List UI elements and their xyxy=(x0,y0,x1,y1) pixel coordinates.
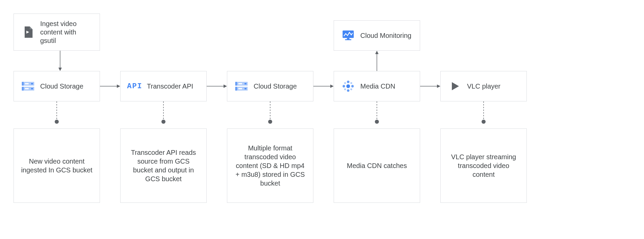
svg-point-43 xyxy=(161,120,165,124)
play-icon xyxy=(447,79,462,94)
arrow-storage2-to-mediacdn xyxy=(313,83,334,90)
node-vlc-label: VLC player xyxy=(467,82,500,91)
node-cloud-storage-2-label: Cloud Storage xyxy=(254,82,297,91)
node-cloud-monitoring: Cloud Monitoring xyxy=(334,20,420,51)
node-ingest: Ingest video content with gsutil xyxy=(14,14,100,51)
svg-point-29 xyxy=(344,82,346,84)
arrow-ingest-to-storage xyxy=(57,51,63,71)
cloud-storage-icon xyxy=(21,79,35,94)
arrow-transcoder-to-storage2 xyxy=(207,83,227,90)
desc-storage1: New video content ingested In GCS bucket xyxy=(14,128,100,203)
svg-point-27 xyxy=(343,85,345,87)
svg-marker-11 xyxy=(117,85,120,88)
svg-point-41 xyxy=(55,120,59,124)
dash-transcoder-desc xyxy=(160,101,167,125)
svg-rect-6 xyxy=(31,83,33,85)
svg-rect-9 xyxy=(25,88,29,90)
svg-rect-8 xyxy=(25,83,29,85)
dash-mediacdn-desc xyxy=(373,101,380,125)
arrow-mediacdn-to-monitoring xyxy=(373,51,380,71)
svg-rect-37 xyxy=(345,39,351,40)
video-file-icon xyxy=(21,25,35,40)
architecture-diagram: Ingest video content with gsutil Cloud S… xyxy=(14,14,628,223)
api-icon: API xyxy=(127,79,142,94)
node-monitoring-label: Cloud Monitoring xyxy=(360,31,411,40)
node-cloud-storage-1-label: Cloud Storage xyxy=(40,82,83,91)
arrow-mediacdn-to-vlc xyxy=(420,83,440,90)
node-media-cdn-label: Media CDN xyxy=(360,82,395,91)
desc-vlc: VLC player streaming transcoded video co… xyxy=(440,128,527,203)
node-ingest-label: Ingest video content with gsutil xyxy=(40,20,93,45)
svg-point-30 xyxy=(350,82,352,84)
svg-rect-4 xyxy=(22,82,24,86)
dash-storage2-desc xyxy=(267,101,274,125)
node-cloud-storage-1: Cloud Storage xyxy=(14,71,100,101)
desc-mediacdn: Media CDN catches xyxy=(334,128,420,203)
svg-rect-16 xyxy=(235,82,237,86)
svg-point-24 xyxy=(346,85,350,88)
svg-rect-5 xyxy=(22,87,24,91)
svg-rect-36 xyxy=(347,38,349,39)
monitoring-icon xyxy=(341,28,356,43)
svg-rect-20 xyxy=(238,83,242,85)
node-media-cdn: Media CDN xyxy=(334,71,420,101)
svg-rect-21 xyxy=(238,88,242,90)
node-transcoder-api: API Transcoder API xyxy=(120,71,207,101)
node-vlc-player: VLC player xyxy=(440,71,527,101)
svg-marker-39 xyxy=(375,51,379,54)
svg-rect-18 xyxy=(244,83,247,85)
desc-storage2: Multiple format transcoded video content… xyxy=(227,128,313,203)
svg-marker-13 xyxy=(224,85,227,88)
node-cloud-storage-2: Cloud Storage xyxy=(227,71,313,101)
svg-point-26 xyxy=(347,89,349,92)
svg-rect-17 xyxy=(235,87,237,91)
svg-marker-34 xyxy=(437,85,440,88)
arrow-storage1-to-transcoder xyxy=(100,83,120,90)
dash-vlc-desc xyxy=(480,101,487,125)
svg-point-28 xyxy=(351,85,354,87)
dash-storage1-desc xyxy=(53,101,60,125)
svg-rect-7 xyxy=(31,88,33,90)
cloud-storage-icon xyxy=(234,79,249,94)
svg-marker-23 xyxy=(330,85,334,88)
svg-point-31 xyxy=(344,88,346,90)
svg-point-45 xyxy=(268,120,272,124)
node-transcoder-label: Transcoder API xyxy=(147,82,193,91)
svg-point-25 xyxy=(347,81,349,83)
svg-marker-1 xyxy=(58,68,62,71)
svg-point-49 xyxy=(482,120,486,124)
media-cdn-icon xyxy=(341,79,356,94)
svg-point-47 xyxy=(375,120,379,124)
svg-rect-19 xyxy=(244,88,247,90)
svg-point-32 xyxy=(350,88,352,90)
desc-transcoder: Transcoder API reads source from GCS buc… xyxy=(120,128,207,203)
